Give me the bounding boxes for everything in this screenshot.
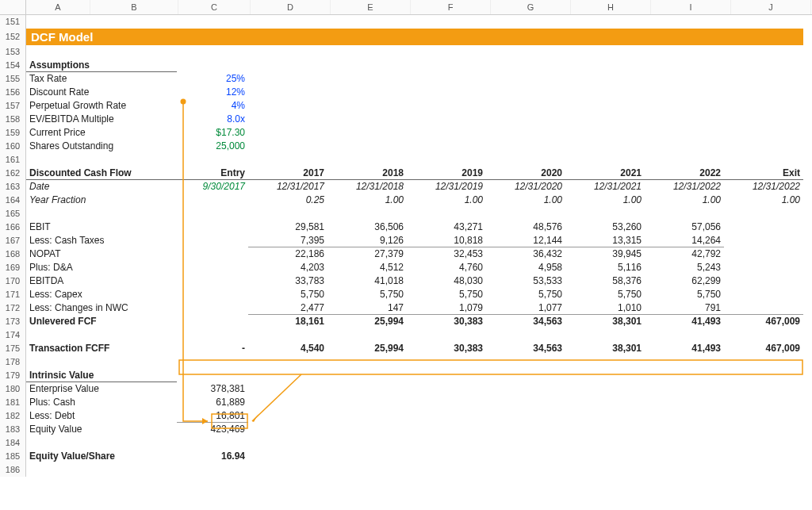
dcf-label-taxes[interactable]: Less: Cash Taxes [26, 234, 177, 247]
dcf-taxes-exit[interactable] [724, 234, 803, 247]
dcf-colhdr-y2022[interactable]: 2022 [645, 167, 724, 180]
dcf-capex-y2018[interactable]: 5,750 [327, 288, 407, 301]
dcf-taxes-entry[interactable] [177, 234, 248, 247]
intrinsic-value-evps[interactable]: 16.94 [177, 450, 248, 463]
dcf-ebitda-y2020[interactable]: 53,533 [486, 274, 565, 288]
row-header-173[interactable]: 173 [0, 315, 26, 328]
col-header-D[interactable]: D [251, 0, 331, 14]
intrinsic-header[interactable]: Intrinsic Value [26, 369, 177, 382]
grid-body[interactable]: 151152DCF Model153154Assumptions155Tax R… [0, 15, 812, 477]
dcf-yfrac-y2019[interactable]: 1.00 [407, 194, 486, 207]
dcf-ebit-entry[interactable] [177, 220, 248, 234]
dcf-nwc-y2021[interactable]: 1,010 [565, 301, 645, 315]
col-header-F[interactable]: F [411, 0, 491, 14]
dcf-taxes-y2022[interactable]: 14,264 [645, 234, 724, 247]
row-header-155[interactable]: 155 [0, 72, 26, 86]
dcf-nwc-entry[interactable] [177, 301, 248, 315]
row-header-151[interactable]: 151 [0, 15, 26, 29]
dcf-ebit-y2019[interactable]: 43,271 [407, 220, 486, 234]
dcf-nopat-exit[interactable] [724, 247, 803, 261]
dcf-label-tfcff[interactable]: Transaction FCFF [26, 342, 177, 355]
intrinsic-value-ev[interactable]: 378,381 [177, 382, 248, 396]
dcf-colhdr-y2021[interactable]: 2021 [565, 167, 645, 180]
assumption-label-shares[interactable]: Shares Outstanding [26, 140, 177, 153]
dcf-tfcff-y2021[interactable]: 38,301 [565, 342, 645, 355]
dcf-tfcff-y2019[interactable]: 30,383 [407, 342, 486, 355]
dcf-ebitda-y2017[interactable]: 33,783 [248, 274, 327, 288]
col-header-A[interactable]: A [26, 0, 90, 14]
dcf-header[interactable]: Discounted Cash Flow [26, 167, 177, 180]
intrinsic-value-debt[interactable]: 16,801 [177, 409, 248, 423]
row-header-153[interactable]: 153 [0, 45, 26, 59]
dcf-ebitda-y2021[interactable]: 58,376 [565, 274, 645, 288]
dcf-nopat-y2020[interactable]: 36,432 [486, 247, 565, 261]
row-header-169[interactable]: 169 [0, 261, 26, 274]
dcf-taxes-y2018[interactable]: 9,126 [327, 234, 407, 247]
col-header-J[interactable]: J [731, 0, 811, 14]
dcf-ebit-y2022[interactable]: 57,056 [645, 220, 724, 234]
assumption-value-tax_rate[interactable]: 25% [177, 72, 248, 86]
dcf-ebitda-entry[interactable] [177, 274, 248, 288]
dcf-tfcff-entry[interactable]: - [177, 342, 248, 355]
dcf-nopat-y2017[interactable]: 22,186 [248, 247, 327, 261]
col-header-G[interactable]: G [491, 0, 571, 14]
row-header-161[interactable]: 161 [0, 153, 26, 167]
row-header-168[interactable]: 168 [0, 247, 26, 261]
select-all-corner[interactable] [0, 0, 26, 14]
dcf-nopat-entry[interactable] [177, 247, 248, 261]
dcf-ufcf-y2022[interactable]: 41,493 [645, 315, 724, 328]
dcf-taxes-y2019[interactable]: 10,818 [407, 234, 486, 247]
dcf-nwc-y2019[interactable]: 1,079 [407, 301, 486, 315]
dcf-ufcf-entry[interactable] [177, 315, 248, 328]
dcf-nwc-y2022[interactable]: 791 [645, 301, 724, 315]
dcf-nopat-y2018[interactable]: 27,379 [327, 247, 407, 261]
dcf-ebitda-y2019[interactable]: 48,030 [407, 274, 486, 288]
dcf-colhdr-y2019[interactable]: 2019 [407, 167, 486, 180]
row-header-175[interactable]: 175 [0, 342, 26, 355]
assumption-label-price[interactable]: Current Price [26, 126, 177, 140]
row-header-163[interactable]: 163 [0, 180, 26, 194]
dcf-date-entry[interactable]: 9/30/2017 [177, 180, 248, 194]
dcf-ufcf-y2017[interactable]: 18,161 [248, 315, 327, 328]
dcf-ebit-y2018[interactable]: 36,506 [327, 220, 407, 234]
dcf-label-capex[interactable]: Less: Capex [26, 288, 177, 301]
dcf-label-yfrac[interactable]: Year Fraction [26, 194, 177, 207]
row-header-157[interactable]: 157 [0, 99, 26, 113]
assumption-label-ev_mult[interactable]: EV/EBITDA Multiple [26, 113, 177, 126]
dcf-ebitda-exit[interactable] [724, 274, 803, 288]
dcf-colhdr-y2020[interactable]: 2020 [486, 167, 565, 180]
intrinsic-label-ev[interactable]: Enterprise Value [26, 382, 177, 396]
dcf-tfcff-y2022[interactable]: 41,493 [645, 342, 724, 355]
assumption-value-ev_mult[interactable]: 8.0x [177, 113, 248, 126]
intrinsic-value-cash[interactable]: 61,889 [177, 396, 248, 409]
assumption-label-discount_rate[interactable]: Discount Rate [26, 86, 177, 99]
dcf-label-ebitda[interactable]: EBITDA [26, 274, 177, 288]
dcf-taxes-y2017[interactable]: 7,395 [248, 234, 327, 247]
dcf-ufcf-exit[interactable]: 467,009 [724, 315, 803, 328]
row-header-186[interactable]: 186 [0, 463, 26, 477]
col-header-H[interactable]: H [571, 0, 651, 14]
dcf-da-entry[interactable] [177, 261, 248, 274]
dcf-nopat-y2019[interactable]: 32,453 [407, 247, 486, 261]
dcf-ebitda-y2018[interactable]: 41,018 [327, 274, 407, 288]
dcf-label-ebit[interactable]: EBIT [26, 220, 177, 234]
col-header-C[interactable]: C [178, 0, 251, 14]
dcf-capex-exit[interactable] [724, 288, 803, 301]
dcf-nopat-y2021[interactable]: 39,945 [565, 247, 645, 261]
dcf-da-exit[interactable] [724, 261, 803, 274]
dcf-nwc-y2018[interactable]: 147 [327, 301, 407, 315]
row-header-181[interactable]: 181 [0, 396, 26, 409]
assumption-value-discount_rate[interactable]: 12% [177, 86, 248, 99]
row-header-156[interactable]: 156 [0, 86, 26, 99]
row-header-166[interactable]: 166 [0, 220, 26, 234]
intrinsic-label-cash[interactable]: Plus: Cash [26, 396, 177, 409]
assumption-label-pgrowth[interactable]: Perpetual Growth Rate [26, 99, 177, 113]
row-header-185[interactable]: 185 [0, 450, 26, 463]
row-header-178[interactable]: 178 [0, 355, 26, 369]
dcf-yfrac-y2021[interactable]: 1.00 [565, 194, 645, 207]
dcf-taxes-y2021[interactable]: 13,315 [565, 234, 645, 247]
row-header-171[interactable]: 171 [0, 288, 26, 301]
row-header-182[interactable]: 182 [0, 409, 26, 423]
dcf-label-da[interactable]: Plus: D&A [26, 261, 177, 274]
dcf-date-y2018[interactable]: 12/31/2018 [327, 180, 407, 194]
